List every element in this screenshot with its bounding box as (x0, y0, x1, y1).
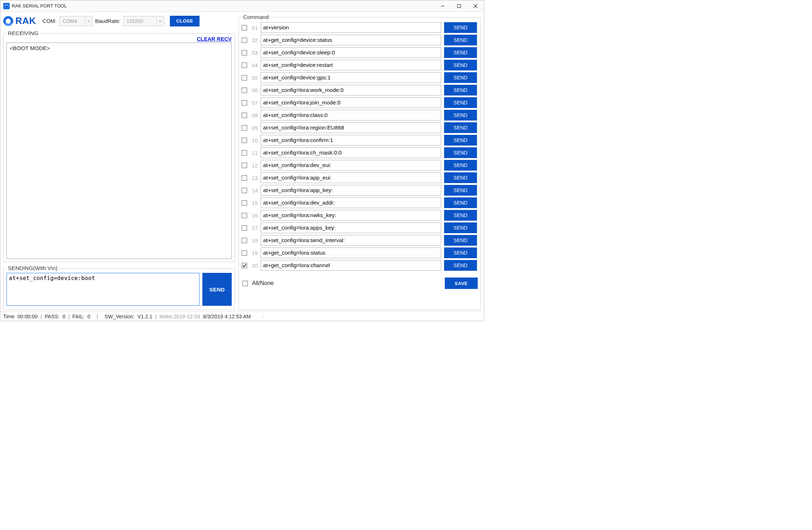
command-row-number: 14 (250, 187, 258, 193)
command-row-checkbox[interactable] (242, 38, 247, 43)
minimize-button[interactable] (434, 0, 451, 12)
command-row-number: 02 (250, 37, 258, 43)
command-row-checkbox[interactable] (242, 138, 247, 143)
logo: RAK (3, 15, 36, 26)
command-row-checkbox[interactable] (242, 250, 247, 256)
command-row-input[interactable] (261, 122, 441, 133)
com-port-select[interactable]: COM4 (59, 16, 92, 26)
maximize-button[interactable] (451, 0, 467, 12)
command-row-checkbox[interactable] (242, 150, 247, 156)
sending-legend: SENDING(With \r\n) (6, 265, 59, 271)
command-row-send-button[interactable]: SEND (444, 247, 477, 258)
command-row-checkbox[interactable] (242, 175, 247, 181)
command-row-send-button[interactable]: SEND (444, 22, 477, 33)
command-row-input[interactable] (261, 135, 441, 146)
command-panel: Command 01SEND02SEND03SEND04SEND05SEND06… (238, 14, 481, 310)
command-row-checkbox[interactable] (242, 188, 247, 193)
command-row-send-button[interactable]: SEND (444, 72, 477, 83)
command-row: 11SEND (242, 147, 477, 158)
command-row-checkbox[interactable] (242, 238, 247, 243)
command-row-input[interactable] (261, 235, 441, 246)
command-row: 03SEND (242, 47, 477, 58)
sending-panel: SENDING(With \r\n) at+set_config=device:… (3, 265, 235, 310)
command-row-input[interactable] (261, 97, 441, 108)
command-row-checkbox[interactable] (242, 113, 247, 118)
close-port-button[interactable]: CLOSE (170, 16, 200, 26)
command-row-input[interactable] (261, 85, 441, 95)
save-button[interactable]: SAVE (445, 278, 478, 289)
command-row-input[interactable] (261, 22, 441, 33)
baudrate-select[interactable]: 115200 (123, 16, 164, 26)
command-row-send-button[interactable]: SEND (444, 185, 477, 196)
command-row-send-button[interactable]: SEND (444, 135, 477, 146)
command-row-send-button[interactable]: SEND (444, 172, 477, 183)
command-row-checkbox[interactable] (242, 63, 247, 68)
sending-input[interactable]: at+set_config=device:boot (6, 273, 200, 306)
command-row-input[interactable] (261, 60, 441, 70)
command-row-send-button[interactable]: SEND (444, 210, 477, 221)
command-row-send-button[interactable]: SEND (444, 85, 477, 95)
send-button[interactable]: SEND (202, 273, 232, 306)
app-icon (3, 3, 10, 9)
command-row: 02SEND (242, 34, 477, 46)
command-row-send-button[interactable]: SEND (444, 147, 477, 158)
minimize-icon (441, 4, 445, 8)
command-row-send-button[interactable]: SEND (444, 260, 477, 271)
command-row-send-button[interactable]: SEND (444, 60, 477, 70)
command-row-send-button[interactable]: SEND (444, 160, 477, 171)
command-row-input[interactable] (261, 147, 441, 158)
command-row-input[interactable] (261, 210, 441, 221)
command-row-input[interactable] (261, 160, 441, 171)
command-row-checkbox[interactable] (242, 88, 247, 93)
all-none-checkbox[interactable] (242, 281, 248, 286)
logo-spinner-icon (3, 16, 13, 26)
command-row-number: 20 (250, 262, 258, 269)
command-row-checkbox[interactable] (242, 125, 247, 131)
command-row-checkbox[interactable] (242, 25, 247, 30)
command-row-send-button[interactable]: SEND (444, 122, 477, 133)
left-column: RAK COM: COM4 BaudRate: 115200 CLOSE REC… (3, 14, 235, 310)
command-row-input[interactable] (261, 47, 441, 58)
status-bar: Time 00:00:00 | PASS: 0 | FAIL: 0 | SW_V… (0, 311, 484, 321)
command-row-input[interactable] (261, 35, 441, 45)
clear-recv-link[interactable]: CLEAR RECV (197, 36, 232, 42)
command-row-checkbox[interactable] (242, 263, 247, 268)
receiving-textbox[interactable]: <BOOT MODE> (6, 43, 232, 259)
command-row-checkbox[interactable] (242, 163, 247, 168)
command-row-checkbox[interactable] (242, 100, 247, 105)
command-row: 06SEND (242, 84, 477, 96)
command-row-input[interactable] (261, 110, 441, 121)
command-row-input[interactable] (261, 247, 441, 258)
resize-grip-icon[interactable]: .:: (261, 314, 263, 319)
receiving-panel: RECEIVING CLEAR RECV <BOOT MODE> (3, 30, 235, 262)
command-row-checkbox[interactable] (242, 50, 247, 55)
command-row-input[interactable] (261, 197, 441, 208)
command-row-input[interactable] (261, 172, 441, 183)
command-row: 07SEND (242, 97, 477, 108)
command-row-number: 19 (250, 250, 258, 256)
command-row-input[interactable] (261, 222, 441, 233)
command-row-send-button[interactable]: SEND (444, 35, 477, 45)
command-row-checkbox[interactable] (242, 225, 247, 231)
command-row: 05SEND (242, 72, 477, 83)
status-pass-value: 0 (63, 314, 65, 319)
command-row-number: 15 (250, 200, 258, 206)
command-row-checkbox[interactable] (242, 213, 247, 218)
command-row-send-button[interactable]: SEND (444, 47, 477, 58)
command-row-send-button[interactable]: SEND (444, 222, 477, 233)
command-row: 10SEND (242, 134, 477, 146)
command-row-checkbox[interactable] (242, 200, 247, 206)
command-row-input[interactable] (261, 72, 441, 83)
command-row-send-button[interactable]: SEND (444, 110, 477, 121)
command-row-send-button[interactable]: SEND (444, 197, 477, 208)
status-sw-label: SW_Version: (104, 314, 134, 319)
command-row-checkbox[interactable] (242, 75, 247, 80)
close-window-button[interactable] (467, 0, 484, 12)
command-row-send-button[interactable]: SEND (444, 97, 477, 108)
command-row-number: 18 (250, 237, 258, 244)
command-row-number: 04 (250, 62, 258, 68)
command-row-number: 17 (250, 225, 258, 231)
command-row-send-button[interactable]: SEND (444, 235, 477, 246)
command-row-input[interactable] (261, 185, 441, 196)
command-row-input[interactable] (261, 260, 441, 271)
